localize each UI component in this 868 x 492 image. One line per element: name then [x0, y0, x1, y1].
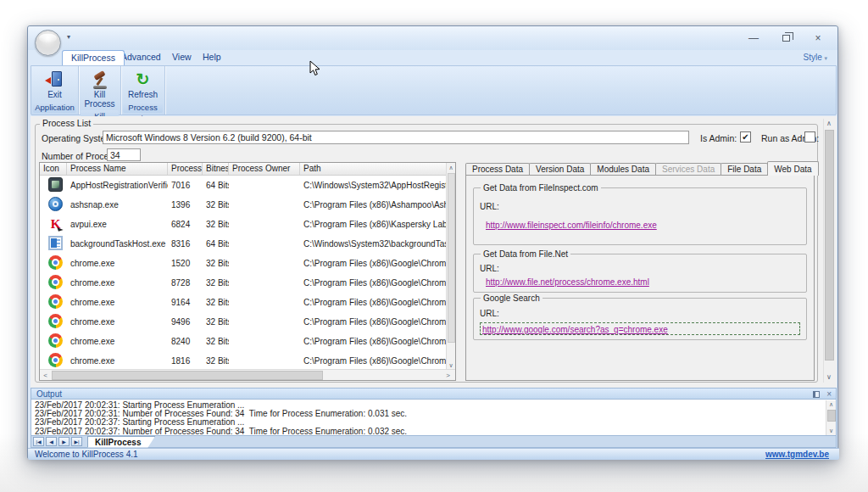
filenet-link[interactable]: http://www.file.net/process/chrome.exe.h…	[486, 277, 649, 287]
panel-vertical-scrollbar[interactable]: ∧ ∨	[823, 119, 834, 383]
scroll-right-icon[interactable]: >	[442, 372, 453, 379]
gavel-icon	[91, 70, 109, 89]
exit-button[interactable]: Exit	[42, 69, 69, 101]
restore-button[interactable]	[775, 31, 797, 45]
style-label: Style	[803, 53, 821, 62]
status-welcome-text: Welcome to KillProcess 4.1	[35, 450, 138, 459]
url-label: URL:	[480, 202, 499, 211]
ribbon-group-killprocess: Kill Process Kill Process	[79, 66, 121, 115]
tab-help[interactable]: Help	[194, 50, 230, 65]
table-row[interactable]: chrome.exe 8240 32 Bits C:\Program Files…	[40, 332, 455, 351]
url-label: URL:	[480, 264, 499, 273]
run-as-admin-checkbox[interactable]	[804, 131, 815, 143]
tab-process-data[interactable]: Process Data	[465, 163, 530, 176]
table-row[interactable]: chrome.exe 1816 32 Bits C:\Program Files…	[40, 351, 455, 371]
tab-file-data[interactable]: File Data	[721, 163, 768, 176]
process-count-field[interactable]	[107, 148, 141, 161]
is-admin-label: Is Admin:	[700, 133, 737, 143]
ashsnap-icon	[48, 197, 63, 211]
pin-icon[interactable]	[813, 391, 820, 398]
column-header-pid[interactable]: Process Id	[168, 163, 203, 175]
tab-killprocess[interactable]: KillProcess	[62, 50, 125, 65]
style-selector[interactable]: Style ▾	[803, 53, 827, 62]
refresh-icon: ↻	[133, 70, 152, 89]
scroll-down-icon[interactable]: ∨	[824, 372, 834, 383]
focused-link-box: http://www.google.com/search?as_q=chrome…	[480, 322, 800, 335]
chrome-icon	[48, 255, 63, 270]
scrollbar-thumb[interactable]	[827, 410, 836, 422]
nav-first-button[interactable]: |◀	[33, 437, 44, 446]
nav-next-button[interactable]: ▶	[58, 437, 70, 446]
ribbon: Exit Application Kill Process Kill Proce…	[31, 65, 837, 115]
scroll-left-icon[interactable]: <	[40, 372, 51, 379]
restore-icon	[782, 35, 790, 42]
is-admin-checkbox[interactable]: ✔	[740, 131, 751, 143]
scrollbar-thumb[interactable]	[52, 371, 323, 380]
group-caption-application: Application	[33, 102, 76, 113]
close-icon[interactable]: ×	[826, 390, 832, 398]
column-header-icon[interactable]: Icon	[40, 163, 67, 175]
desktop-background: ▾ — × KillProcess Advanced View Help Sty…	[0, 0, 868, 492]
nav-prev-button[interactable]: ◀	[46, 437, 57, 446]
quick-access-dropdown-icon[interactable]: ▾	[67, 33, 70, 41]
chrome-icon	[48, 275, 63, 289]
web-data-tab-page: Get Data from FileInspect.com URL: http:…	[465, 175, 815, 381]
ribbon-group-processlist: ↻ Refresh Process List	[121, 66, 165, 115]
output-vertical-scrollbar[interactable]: ∧ ∨	[826, 400, 836, 435]
close-button[interactable]: ×	[807, 31, 829, 45]
table-row[interactable]: AppHostRegistrationVerifier.exe 7016 64 …	[40, 176, 455, 195]
table-vertical-scrollbar[interactable]: ∧ ∨	[446, 163, 455, 370]
output-header[interactable]: Output ×	[31, 388, 837, 400]
killprocess-window: ▾ — × KillProcess Advanced View Help Sty…	[27, 25, 838, 459]
taskhost-icon	[48, 236, 63, 250]
table-row[interactable]: K avpui.exe 6824 32 Bits C:\Program File…	[40, 215, 455, 234]
nav-last-button[interactable]: ▶|	[71, 437, 82, 446]
google-search-link[interactable]: http://www.google.com/search?as_q=chrome…	[482, 325, 668, 334]
table-row[interactable]: ashsnap.exe 1396 32 Bits C:\Program File…	[40, 195, 455, 215]
filenet-groupbox: Get Data from File.Net URL: http://www.f…	[473, 254, 807, 293]
scrollbar-thumb[interactable]	[825, 130, 834, 361]
tab-services-data: Services Data	[655, 163, 721, 176]
column-header-name[interactable]: Process Name	[67, 163, 168, 175]
ribbon-tab-row: KillProcess Advanced View Help Style ▾	[28, 50, 837, 65]
refresh-button[interactable]: ↻ Refresh	[124, 69, 162, 101]
column-header-bitness[interactable]: Bitness	[203, 163, 229, 175]
tgmdev-link[interactable]: www.tgmdev.be	[765, 450, 829, 459]
table-row[interactable]: chrome.exe 1520 32 Bits C:\Program Files…	[40, 254, 455, 273]
table-horizontal-scrollbar[interactable]: < >	[40, 369, 455, 380]
scroll-up-icon[interactable]: ∧	[826, 400, 836, 409]
apphost-icon	[48, 177, 63, 192]
process-table-header: Icon Process Name Process Id Bitness Pro…	[40, 163, 455, 176]
table-row[interactable]: backgroundTaskHost.exe 8316 64 Bits C:\W…	[40, 234, 455, 254]
kill-process-button[interactable]: Kill Process	[80, 69, 119, 110]
chrome-icon	[48, 294, 63, 309]
table-row[interactable]: chrome.exe 9496 32 Bits C:\Program Files…	[40, 312, 455, 332]
titlebar[interactable]: ▾ — ×	[28, 26, 837, 50]
scroll-down-icon[interactable]: ∨	[826, 427, 836, 435]
table-row[interactable]: chrome.exe 8728 32 Bits C:\Program Files…	[40, 273, 455, 293]
scroll-up-icon[interactable]: ∧	[447, 163, 455, 172]
minimize-button[interactable]: —	[743, 31, 765, 45]
tab-version-data[interactable]: Version Data	[529, 163, 591, 176]
chrome-icon	[48, 314, 63, 328]
column-header-path[interactable]: Path	[300, 163, 455, 175]
tab-modules-data[interactable]: Modules Data	[590, 163, 656, 176]
tab-web-data[interactable]: Web Data	[767, 161, 818, 176]
output-panel: Output × 23/Feb/2017 20:02:31: Starting …	[31, 388, 837, 448]
scrollbar-thumb[interactable]	[448, 173, 455, 343]
chrome-icon	[48, 333, 63, 348]
table-row[interactable]: chrome.exe 9164 32 Bits C:\Program Files…	[40, 293, 455, 312]
os-value-field[interactable]	[103, 131, 689, 144]
column-header-owner[interactable]: Process Owner	[229, 163, 300, 175]
scroll-up-icon[interactable]: ∧	[824, 119, 834, 129]
output-log[interactable]: 23/Feb/2017 20:02:31: Starting Process E…	[31, 400, 837, 436]
output-tab-killprocess[interactable]: KillProcess	[87, 436, 155, 448]
google-search-group-title: Google Search	[481, 294, 542, 303]
output-title: Output	[36, 389, 62, 399]
exit-door-icon	[46, 70, 64, 89]
application-orb-button[interactable]	[35, 30, 61, 56]
mouse-cursor	[309, 60, 320, 76]
fileinspect-link[interactable]: http://www.fileinspect.com/fileinfo/chro…	[486, 221, 657, 230]
chrome-icon	[48, 353, 63, 367]
detail-tabs: Process Data Version Data Modules Data S…	[465, 162, 818, 176]
